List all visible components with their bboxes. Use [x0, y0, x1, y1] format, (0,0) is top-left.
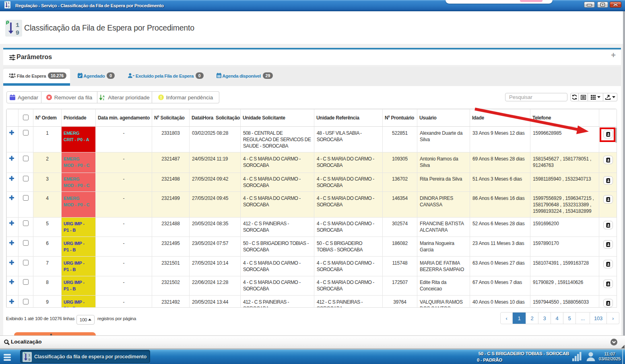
svg-text:z: z — [103, 98, 105, 100]
svg-text:A: A — [103, 95, 105, 98]
svg-text:9: 9 — [16, 29, 19, 37]
svg-text:9: 9 — [28, 357, 30, 362]
svg-text:1: 1 — [28, 353, 31, 357]
svg-text:1: 1 — [16, 22, 19, 29]
svg-text:9: 9 — [8, 5, 9, 8]
